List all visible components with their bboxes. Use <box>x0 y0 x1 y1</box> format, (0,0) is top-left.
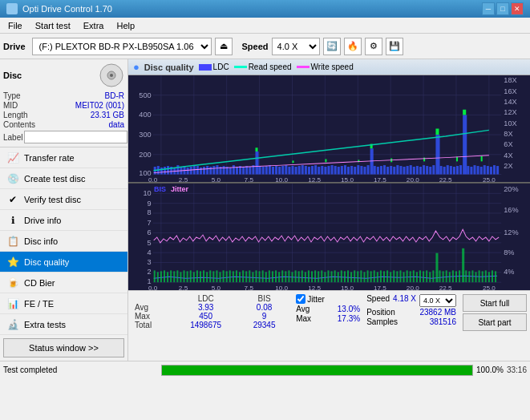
svg-rect-227 <box>212 271 214 282</box>
svg-rect-75 <box>249 167 251 175</box>
jitter-max-label: Max <box>296 314 311 323</box>
svg-rect-298 <box>446 270 447 282</box>
disc-header-text: Disc <box>3 71 22 80</box>
nav-items: 📈 Transfer rate 💿 Create test disc ✔ Ver… <box>0 147 127 335</box>
menu-extra[interactable]: Extra <box>79 20 109 31</box>
sidebar-item-extra-tests[interactable]: 🔬 Extra tests <box>0 314 127 335</box>
svg-rect-104 <box>347 167 350 175</box>
label-input[interactable] <box>24 131 127 143</box>
svg-rect-79 <box>265 166 268 174</box>
svg-rect-242 <box>262 270 264 282</box>
max-ldc: 450 <box>172 312 239 321</box>
maximize-button[interactable]: □ <box>496 2 509 15</box>
disc-info-icon: 📋 <box>6 235 19 248</box>
progress-bar-container <box>161 365 473 376</box>
svg-rect-78 <box>262 167 265 175</box>
svg-text:22.5: 22.5 <box>439 176 453 182</box>
speed-stat-label: Speed <box>366 294 390 307</box>
svg-rect-304 <box>465 270 467 282</box>
jitter-checkbox[interactable] <box>296 294 305 304</box>
bis-col-header: BIS <box>239 294 289 303</box>
svg-rect-214 <box>170 270 172 282</box>
cd-bier-icon: 🍺 <box>6 277 19 289</box>
speed-select[interactable]: 4.0 X <box>272 38 320 55</box>
save-button[interactable]: 💾 <box>386 38 403 55</box>
start-full-button[interactable]: Start full <box>463 294 527 312</box>
ldc-col-header: LDC <box>172 294 239 303</box>
svg-text:15.0: 15.0 <box>341 285 354 290</box>
sidebar-item-transfer-rate[interactable]: 📈 Transfer rate <box>0 147 127 168</box>
sidebar-item-create-test-disc[interactable]: 💿 Create test disc <box>0 168 127 189</box>
svg-text:16%: 16% <box>504 207 518 215</box>
svg-text:0.0: 0.0 <box>148 176 158 182</box>
mid-label: MID <box>3 101 18 110</box>
status-window-button[interactable]: Status window >> <box>3 338 124 357</box>
svg-rect-267 <box>344 271 346 282</box>
drive-select[interactable]: (F:) PLEXTOR BD-R PX-LB950SA 1.06 <box>32 38 212 55</box>
svg-text:5: 5 <box>148 239 152 247</box>
svg-rect-254 <box>301 270 303 282</box>
svg-rect-99 <box>331 165 334 174</box>
svg-rect-266 <box>341 270 342 282</box>
svg-rect-130 <box>432 165 435 174</box>
svg-rect-285 <box>403 272 405 282</box>
charts-area: 500 400 300 200 100 18X 16X 14X 12X 10X … <box>128 75 530 290</box>
speed-stat-select[interactable]: 4.0 X <box>419 294 456 307</box>
svg-rect-85 <box>285 165 287 174</box>
svg-rect-106 <box>354 167 356 175</box>
position-label: Position <box>366 308 395 317</box>
menu-start-test[interactable]: Start test <box>30 20 75 31</box>
svg-text:6X: 6X <box>504 141 512 149</box>
total-ldc: 1498675 <box>172 321 239 329</box>
svg-rect-212 <box>164 270 165 282</box>
svg-text:12%: 12% <box>504 228 518 236</box>
svg-rect-117 <box>390 166 392 174</box>
svg-rect-146 <box>487 166 489 174</box>
svg-rect-273 <box>363 272 365 282</box>
svg-rect-221 <box>193 272 195 282</box>
svg-rect-148 <box>493 165 496 174</box>
svg-text:2X: 2X <box>504 162 512 170</box>
svg-text:400: 400 <box>139 111 151 119</box>
position-value: 23862 MB <box>419 308 456 317</box>
svg-rect-101 <box>338 167 340 175</box>
svg-rect-283 <box>396 271 398 282</box>
eject-button[interactable]: ⏏ <box>215 38 233 55</box>
svg-text:12X: 12X <box>504 109 516 117</box>
menu-file[interactable]: File <box>3 20 27 31</box>
svg-rect-219 <box>187 271 188 282</box>
svg-rect-141 <box>470 167 472 175</box>
settings-button[interactable]: ⚙ <box>365 38 382 55</box>
speed-stat-value: 4.18 X <box>393 294 416 307</box>
svg-rect-139 <box>463 115 467 174</box>
svg-rect-150 <box>255 147 257 151</box>
svg-text:8: 8 <box>148 209 152 217</box>
sidebar-item-drive-info[interactable]: ℹ Drive info <box>0 210 127 231</box>
svg-rect-88 <box>295 167 297 175</box>
svg-rect-243 <box>265 272 267 282</box>
svg-rect-270 <box>354 270 355 282</box>
sidebar-item-verify-test-disc[interactable]: ✔ Verify test disc <box>0 189 127 210</box>
start-part-button[interactable]: Start part <box>463 313 527 331</box>
burn-button[interactable]: 🔥 <box>344 38 362 55</box>
sidebar-item-disc-info[interactable]: 📋 Disc info <box>0 231 127 252</box>
minimize-button[interactable]: ─ <box>482 2 495 15</box>
svg-rect-224 <box>203 270 204 282</box>
svg-text:8X: 8X <box>504 130 512 138</box>
svg-rect-61 <box>206 166 208 174</box>
sidebar-item-cd-bier[interactable]: 🍺 CD Bier <box>0 273 127 293</box>
legend-ldc-label: LDC <box>213 63 229 71</box>
close-button[interactable]: ✕ <box>511 2 524 15</box>
svg-rect-305 <box>468 271 470 282</box>
menu-help[interactable]: Help <box>111 20 140 31</box>
sidebar-item-fe-te[interactable]: 📊 FE / TE <box>0 293 127 314</box>
speed-label: Speed <box>242 42 269 51</box>
time-text: 33:16 <box>507 365 527 374</box>
refresh-button[interactable]: 🔄 <box>323 38 341 55</box>
sidebar-item-disc-quality[interactable]: ⭐ Disc quality <box>0 252 127 273</box>
title-bar: Opti Drive Control 1.70 ─ □ ✕ <box>0 0 530 18</box>
legend-ldc: LDC <box>199 63 229 71</box>
svg-rect-135 <box>450 166 452 174</box>
svg-rect-295 <box>435 253 438 282</box>
svg-rect-69 <box>233 165 235 174</box>
